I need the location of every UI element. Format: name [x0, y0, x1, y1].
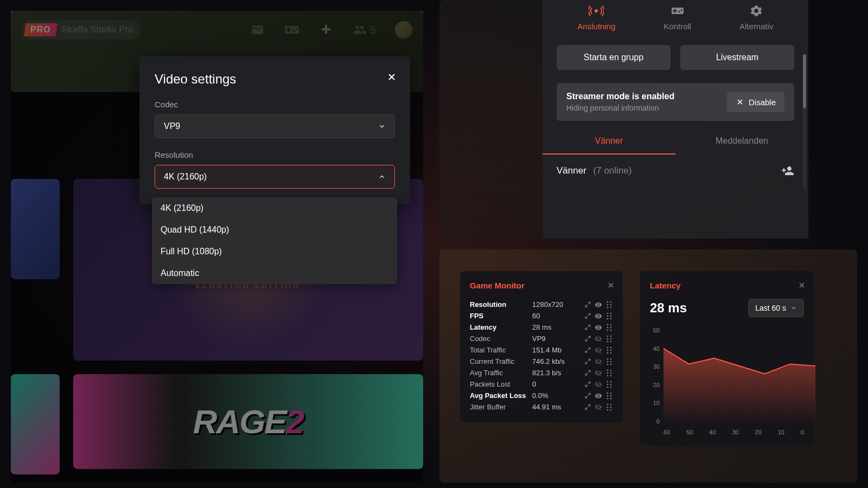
svg-point-58	[610, 406, 612, 408]
latency-range-label: Last 60 s	[755, 304, 786, 312]
game-monitor-title: Game Monitor	[470, 281, 613, 290]
expand-icon[interactable]	[584, 346, 591, 354]
gm-row: CodecVP9	[470, 333, 613, 344]
visibility-icon[interactable]	[595, 346, 602, 354]
expand-icon[interactable]	[584, 312, 591, 320]
latency-range-select[interactable]: Last 60 s	[748, 299, 804, 317]
livestream-button[interactable]: Livestream	[680, 45, 794, 70]
visibility-icon[interactable]	[595, 392, 602, 400]
connection-panel-bg: Anslutning Kontroll Alternativ Starta en…	[439, 0, 808, 239]
sidebar-tab-label: Alternativ	[739, 22, 774, 31]
expand-icon[interactable]	[584, 369, 591, 377]
x-tick: 60	[663, 429, 670, 435]
add-friend-icon[interactable]	[781, 164, 794, 177]
latency-value: 28 ms	[650, 300, 687, 316]
visibility-icon[interactable]	[595, 335, 602, 343]
gm-row: Resolution1280x720	[470, 299, 613, 310]
visibility-icon[interactable]	[595, 301, 602, 309]
expand-icon[interactable]	[584, 324, 591, 331]
scrollbar[interactable]	[803, 54, 806, 190]
visibility-icon[interactable]	[595, 312, 602, 320]
chevron-up-icon	[378, 173, 386, 181]
dropdown-option-4k[interactable]: 4K (2160p)	[152, 197, 397, 219]
close-icon[interactable]	[386, 72, 397, 82]
svg-point-40	[610, 372, 612, 374]
svg-point-46	[610, 383, 612, 385]
sidebar-tab-label: Anslutning	[577, 22, 615, 31]
svg-point-37	[607, 369, 609, 371]
drag-handle-icon[interactable]	[605, 381, 613, 388]
y-tick: 0	[650, 418, 660, 425]
svg-point-21	[607, 338, 609, 339]
sidebar-tab-controller[interactable]: Kontroll	[663, 3, 691, 31]
chevron-down-icon	[790, 305, 797, 311]
sidebar-tab-options[interactable]: Alternativ	[739, 3, 774, 31]
close-icon[interactable]	[797, 281, 806, 290]
drag-handle-icon[interactable]	[605, 301, 613, 309]
svg-point-34	[610, 361, 612, 362]
gm-row: Latency28 ms	[470, 322, 613, 333]
svg-point-47	[607, 386, 609, 388]
svg-point-10	[610, 315, 612, 317]
resolution-dropdown: 4K (2160p) Quad HD (1440p) Full HD (1080…	[152, 197, 397, 284]
resolution-select[interactable]: 4K (2160p)	[155, 165, 395, 189]
streamer-banner: Streamer mode is enabled Hiding personal…	[557, 83, 794, 121]
svg-point-32	[610, 358, 612, 359]
svg-point-2	[610, 301, 612, 303]
dropdown-option-qhd[interactable]: Quad HD (1440p)	[152, 219, 397, 241]
svg-point-30	[610, 352, 612, 354]
svg-point-15	[607, 326, 609, 328]
resolution-select-value: 4K (2160p)	[164, 172, 207, 182]
svg-point-3	[607, 304, 609, 305]
gm-row-value: 1280x720	[532, 300, 576, 309]
chevron-down-icon	[378, 123, 386, 130]
expand-icon[interactable]	[584, 403, 591, 411]
svg-point-51	[607, 395, 609, 396]
drag-handle-icon[interactable]	[605, 392, 613, 400]
expand-icon[interactable]	[584, 358, 591, 365]
messages-tab[interactable]: Meddelanden	[675, 129, 808, 155]
drag-handle-icon[interactable]	[605, 324, 613, 331]
svg-point-41	[607, 375, 609, 376]
svg-point-16	[610, 326, 612, 328]
codec-select[interactable]: VP9	[155, 114, 395, 138]
monitor-panel-bg: Game Monitor Resolution1280x720FPS60Late…	[439, 249, 857, 483]
svg-point-24	[610, 341, 612, 342]
start-group-button[interactable]: Starta en grupp	[557, 45, 671, 70]
svg-point-38	[610, 369, 612, 371]
x-tick: 40	[709, 429, 716, 435]
close-icon[interactable]	[607, 281, 615, 290]
expand-icon[interactable]	[584, 301, 591, 309]
visibility-icon[interactable]	[595, 381, 602, 388]
latency-chart: 50403020100 6050403020100	[661, 327, 804, 435]
drag-handle-icon[interactable]	[605, 312, 613, 320]
expand-icon[interactable]	[584, 381, 591, 388]
gm-row-value: 821.3 b/s	[532, 369, 576, 377]
expand-icon[interactable]	[584, 392, 591, 400]
x-tick: 30	[732, 429, 738, 435]
sidebar-tab-connection[interactable]: Anslutning	[577, 3, 615, 31]
svg-point-14	[610, 324, 612, 325]
visibility-icon[interactable]	[595, 358, 602, 365]
friends-tab[interactable]: Vänner	[542, 129, 675, 155]
svg-point-45	[607, 383, 609, 385]
visibility-icon[interactable]	[595, 403, 602, 411]
gm-row: Avg Packet Loss0.0%	[470, 390, 613, 401]
signal-icon	[589, 3, 604, 18]
visibility-icon[interactable]	[595, 324, 602, 331]
drag-handle-icon[interactable]	[605, 358, 613, 365]
svg-point-9	[607, 315, 609, 317]
expand-icon[interactable]	[584, 335, 591, 343]
visibility-icon[interactable]	[595, 369, 602, 377]
dropdown-option-auto[interactable]: Automatic	[152, 262, 397, 284]
drag-handle-icon[interactable]	[605, 335, 613, 343]
drag-handle-icon[interactable]	[605, 403, 613, 411]
drag-handle-icon[interactable]	[605, 369, 613, 377]
svg-point-50	[610, 392, 612, 394]
svg-point-7	[607, 312, 609, 314]
svg-point-22	[610, 338, 612, 339]
disable-button[interactable]: Disable	[727, 92, 784, 112]
drag-handle-icon[interactable]	[605, 346, 613, 354]
x-tick: 10	[778, 429, 784, 435]
dropdown-option-fhd[interactable]: Full HD (1080p)	[152, 241, 397, 262]
